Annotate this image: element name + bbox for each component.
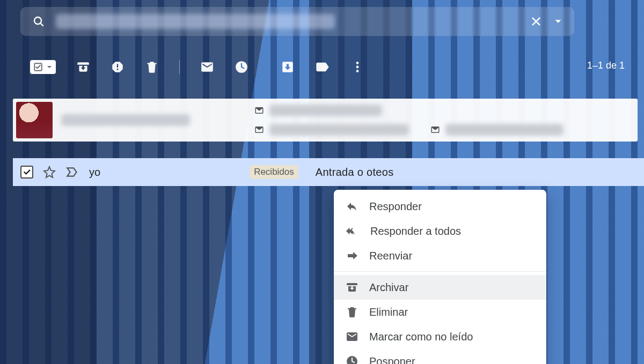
svg-line-1: [40, 23, 43, 26]
reply-all-icon: [346, 225, 360, 237]
mail-icon: [254, 106, 264, 115]
contact-card[interactable]: [13, 99, 638, 142]
archive-icon[interactable]: [76, 60, 90, 74]
pagination-counter: 1–1 de 1: [587, 60, 625, 71]
menu-item-label: Marcar como no leído: [369, 331, 473, 343]
reply-icon: [346, 200, 358, 213]
more-icon[interactable]: [350, 60, 364, 74]
menu-item-label: Reenviar: [369, 250, 412, 262]
menu-item-label: Responder: [369, 200, 422, 213]
delete-icon[interactable]: [145, 60, 159, 74]
sender-label: yo: [89, 166, 100, 179]
search-bar[interactable]: [20, 7, 574, 36]
menu-forward[interactable]: Reenviar: [334, 243, 546, 268]
label-icon[interactable]: [315, 60, 330, 75]
inbox-tag[interactable]: Recibidos: [250, 165, 298, 179]
contact-email-redacted: [269, 105, 382, 116]
menu-item-label: Archivar: [369, 281, 408, 294]
row-checkbox[interactable]: [20, 166, 33, 179]
avatar: [16, 102, 53, 138]
clear-search-icon[interactable]: [530, 16, 542, 27]
clock-icon: [346, 355, 358, 364]
forward-icon: [346, 249, 358, 262]
move-to-icon[interactable]: [281, 60, 295, 74]
email-subject: Antrada o oteos: [316, 166, 394, 179]
star-icon[interactable]: [43, 166, 56, 179]
select-all-toggle[interactable]: [30, 60, 56, 74]
menu-item-label: Responder a todos: [370, 225, 461, 237]
menu-reply[interactable]: Responder: [334, 194, 546, 219]
search-options-caret-icon[interactable]: [554, 17, 562, 26]
trash-icon: [346, 306, 358, 318]
snooze-icon[interactable]: [235, 60, 248, 74]
menu-delete[interactable]: Eliminar: [334, 300, 546, 324]
svg-point-7: [356, 66, 359, 69]
svg-point-8: [356, 70, 359, 72]
action-toolbar: [30, 54, 364, 80]
email-row[interactable]: yo Recibidos Antrada o oteos: [13, 158, 644, 186]
contact-name-redacted: [61, 114, 190, 126]
context-menu: Responder Responder a todos Reenviar Arc…: [334, 190, 546, 364]
menu-snooze[interactable]: Posponer: [334, 349, 546, 364]
menu-separator: [334, 271, 546, 272]
menu-archive[interactable]: Archivar: [334, 275, 546, 300]
svg-point-6: [356, 62, 359, 64]
mark-unread-icon[interactable]: [200, 60, 214, 74]
report-spam-icon[interactable]: [111, 60, 125, 74]
importance-icon[interactable]: [65, 165, 79, 179]
menu-reply-all[interactable]: Responder a todos: [334, 219, 546, 243]
contact-detail-redacted: [445, 124, 564, 136]
menu-item-label: Eliminar: [369, 306, 408, 318]
menu-mark-unread[interactable]: Marcar como no leído: [334, 324, 546, 349]
search-icon[interactable]: [32, 15, 45, 28]
mail-icon: [346, 330, 358, 343]
mail-icon: [254, 125, 264, 135]
mail-icon: [430, 125, 440, 135]
menu-item-label: Posponer: [369, 355, 415, 365]
search-input[interactable]: [56, 14, 335, 29]
archive-icon: [346, 281, 358, 294]
contact-detail-redacted: [269, 124, 409, 136]
toolbar-separator: [179, 60, 180, 74]
